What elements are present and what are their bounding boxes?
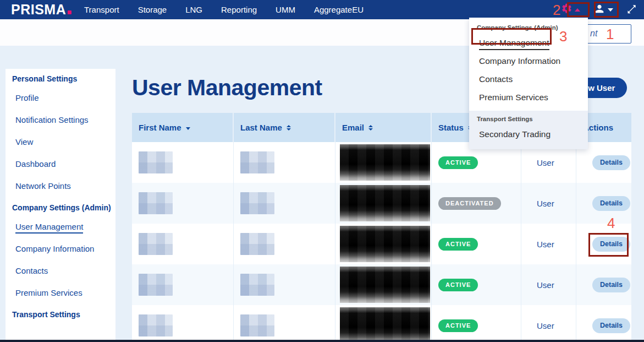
nav-item-transport[interactable]: Transport (84, 5, 119, 14)
dropdown-item-premium-services[interactable]: Premium Services (469, 89, 588, 107)
sidebar-item-dashboard[interactable]: Dashboard (15, 160, 115, 168)
sidebar-item-company-information[interactable]: Company Information (15, 245, 115, 253)
top-navbar: PRISMA Transport Storage LNG Reporting U… (0, 0, 644, 19)
navbar-right-icons (561, 0, 637, 19)
sidebar-item-contacts[interactable]: Contacts (15, 267, 115, 275)
prisma-logo-text: PRISMA (11, 2, 66, 17)
table-row: ACTIVE User Details (132, 264, 631, 305)
user-icon (593, 3, 606, 17)
table-row: ACTIVE User Details (132, 224, 631, 264)
prisma-logo[interactable]: PRISMA (11, 2, 71, 18)
dropdown-item-secondary-trading[interactable]: Secondary Trading (469, 126, 588, 144)
sidebar-header-company-settings: Company Settings (Admin) (12, 204, 115, 211)
table-row: DEACTIVATED User Details (132, 183, 631, 224)
redacted-first-name (139, 314, 173, 336)
expand-diagonal-icon (626, 3, 637, 17)
sidebar-item-premium-services[interactable]: Premium Services (15, 289, 115, 297)
details-button[interactable]: Details (592, 318, 630, 333)
redacted-last-name (240, 151, 274, 173)
redacted-first-name (139, 274, 173, 296)
status-badge: DEACTIVATED (438, 197, 501, 210)
redacted-email (340, 185, 430, 221)
prisma-user-management-screen: PRISMA Transport Storage LNG Reporting U… (0, 0, 644, 342)
column-header-first-name[interactable]: First Name (132, 113, 234, 142)
redacted-email (340, 267, 430, 303)
status-badge: ACTIVE (438, 238, 478, 251)
sort-desc-icon (186, 127, 190, 130)
caret-up-icon (575, 8, 580, 12)
role-value: User (528, 199, 554, 208)
sidebar-header-personal-settings: Personal Settings (12, 75, 115, 83)
dropdown-transport-settings-section: Transport Settings Secondary Trading (469, 111, 588, 149)
status-badge: ACTIVE (438, 279, 478, 291)
redacted-email (340, 226, 430, 262)
redacted-last-name (240, 192, 274, 214)
dropdown-section-header-transport-settings: Transport Settings (469, 113, 588, 126)
column-header-email[interactable]: Email (335, 113, 432, 142)
redacted-first-name (139, 151, 173, 173)
redacted-last-name (240, 274, 274, 296)
nav-item-umm[interactable]: UMM (276, 5, 295, 14)
sidebar-item-profile[interactable]: Profile (15, 94, 115, 102)
redacted-first-name (139, 192, 173, 214)
sort-both-icon (287, 125, 291, 131)
nav-item-reporting[interactable]: Reporting (221, 5, 257, 14)
status-badge: ACTIVE (438, 319, 478, 332)
company-settings-dropdown: Company Settings (Admin) User Management… (469, 18, 588, 149)
status-badge: ACTIVE (438, 156, 478, 169)
user-account-button[interactable] (593, 3, 613, 17)
gear-icon (561, 3, 573, 17)
window-bottom-edge (0, 340, 644, 342)
redacted-last-name (240, 314, 274, 336)
caret-down-icon (608, 8, 613, 12)
details-button[interactable]: Details (592, 155, 630, 170)
nav-item-lng[interactable]: LNG (185, 5, 202, 14)
column-header-last-name[interactable]: Last Name (234, 113, 335, 142)
details-button[interactable]: Details (592, 196, 630, 211)
redacted-email (340, 307, 430, 342)
role-value: User (528, 240, 554, 249)
fullscreen-button[interactable] (626, 3, 637, 17)
primary-nav: Transport Storage LNG Reporting UMM Aggr… (84, 0, 364, 19)
table-row: ACTIVE User Details (132, 305, 631, 342)
dropdown-item-user-management[interactable]: User Management (469, 34, 588, 52)
details-button[interactable]: Details (592, 278, 630, 292)
prisma-logo-dot-icon (68, 10, 71, 14)
nav-item-aggregateeu[interactable]: AggregateEU (314, 5, 364, 14)
details-button[interactable]: Details (592, 237, 630, 252)
settings-gear-button[interactable] (561, 3, 580, 17)
sidebar-item-user-management[interactable]: User Management (15, 222, 115, 231)
role-value: User (528, 158, 554, 167)
sidebar-item-view[interactable]: View (15, 138, 115, 146)
page-title: User Management (132, 75, 322, 101)
settings-sidebar: Personal Settings Profile Notification S… (5, 69, 115, 342)
redacted-last-name (240, 233, 274, 255)
redacted-first-name (139, 233, 173, 255)
dropdown-item-company-information[interactable]: Company Information (469, 52, 588, 70)
role-value: User (528, 280, 554, 290)
role-value: User (528, 321, 554, 330)
dropdown-item-contacts[interactable]: Contacts (469, 70, 588, 89)
dropdown-section-header-company-settings: Company Settings (Admin) (469, 21, 588, 34)
sidebar-item-network-points[interactable]: Network Points (15, 182, 115, 190)
account-button-partial-text: nt (590, 29, 597, 39)
sidebar-item-notification-settings[interactable]: Notification Settings (15, 116, 115, 124)
nav-item-storage[interactable]: Storage (138, 5, 167, 14)
redacted-email (340, 144, 430, 181)
sort-both-icon (368, 125, 373, 131)
sidebar-header-transport-settings: Transport Settings (12, 311, 115, 318)
